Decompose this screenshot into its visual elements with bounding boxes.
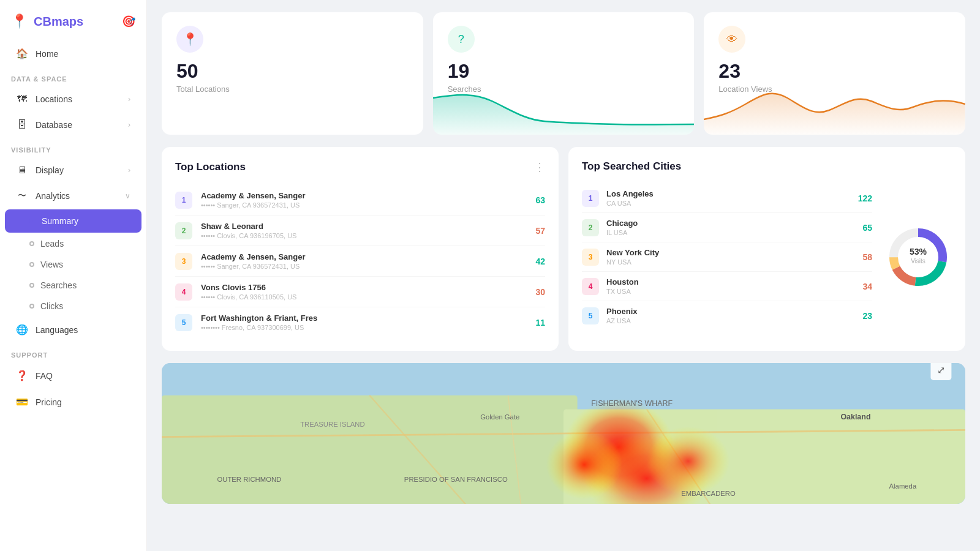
stat-label-locations: Total Locations [176, 84, 409, 94]
svg-rect-8 [162, 395, 578, 504]
city-count-5: 23 [862, 311, 872, 321]
display-icon: 🖥 [16, 165, 28, 176]
loc-info-2: Shaw & Leonard •••••• Clovis, CA 9361967… [201, 222, 527, 239]
rank-badge-2: 2 [175, 222, 192, 239]
loc-addr-5: •••••••• Fresno, CA 937300699, US [201, 324, 527, 331]
top-cities-title: Top Searched Cities [582, 160, 681, 173]
sidebar-sub-searches[interactable]: Searches [5, 276, 141, 295]
svg-point-16 [546, 430, 622, 499]
home-icon: 🏠 [16, 48, 28, 59]
city-info-5: Phoenix AZ USA [606, 307, 855, 324]
chevron-right-icon-display: › [128, 166, 130, 174]
sub-dot-summary [29, 219, 34, 223]
city-count-2: 65 [862, 223, 872, 233]
sub-dot-views [29, 262, 34, 267]
faq-icon: ❓ [16, 370, 28, 381]
location-item-5: 5 Fort Washington & Friant, Fres •••••••… [175, 307, 545, 337]
location-item-3: 3 Academy & Jensen, Sanger •••••• Sanger… [175, 246, 545, 277]
main-content: 📍 50 Total Locations ? 19 Searches [147, 0, 980, 551]
loc-addr-4: •••••• Clovis, CA 936110505, US [201, 293, 527, 301]
city-rank-2: 2 [582, 219, 599, 236]
city-name-3: New York City [606, 248, 855, 257]
city-item-1: 1 Los Angeles CA USA 122 [582, 184, 872, 213]
stat-card-searches: ? 19 Searches [433, 12, 695, 135]
loc-name-3: Academy & Jensen, Sanger [201, 252, 527, 261]
donut-chart: 53% Visits [884, 184, 952, 330]
sidebar-item-home[interactable]: 🏠 Home [5, 41, 141, 66]
loc-count-1: 63 [535, 195, 545, 205]
sidebar-sub-views[interactable]: Views [5, 255, 141, 274]
city-count-4: 34 [862, 282, 872, 291]
chevron-down-icon: ∨ [125, 192, 130, 200]
locations-icon: 🗺 [16, 94, 28, 105]
sidebar-item-pricing[interactable]: 💳 Pricing [5, 389, 141, 414]
top-locations-menu-icon[interactable]: ⋮ [534, 160, 545, 174]
loc-addr-1: •••••• Sanger, CA 936572431, US [201, 201, 527, 209]
sidebar-item-database[interactable]: 🗄 Database › [5, 113, 141, 137]
svg-text:⤢: ⤢ [937, 365, 945, 375]
donut-svg: 53% Visits [884, 223, 952, 291]
sidebar-item-database-label: Database [36, 120, 72, 130]
city-name-1: Los Angeles [606, 189, 851, 198]
sidebar-item-locations[interactable]: 🗺 Locations › [5, 87, 141, 111]
city-count-1: 122 [858, 193, 872, 203]
city-item-3: 3 New York City NY USA 58 [582, 242, 872, 272]
globe-icon: 🌐 [16, 324, 28, 335]
sidebar: 📍 CBmaps 🎯 🏠 Home DATA & SPACE 🗺 Locatio… [0, 0, 147, 551]
content-row: Top Locations ⋮ 1 Academy & Jensen, Sang… [162, 147, 965, 351]
sidebar-item-faq[interactable]: ❓ FAQ [5, 363, 141, 388]
loc-info-5: Fort Washington & Friant, Fres •••••••• … [201, 313, 527, 331]
sidebar-sub-languages[interactable]: 🌐 Languages [5, 317, 141, 342]
database-icon: 🗄 [16, 119, 28, 130]
city-rank-4: 4 [582, 278, 599, 295]
top-cities-panel: Top Searched Cities 1 Los Angeles CA USA… [568, 147, 965, 351]
city-count-3: 58 [862, 252, 872, 262]
city-name-2: Chicago [606, 219, 855, 228]
city-sub-3: NY USA [606, 258, 855, 266]
logo: 📍 CBmaps 🎯 [0, 0, 146, 40]
rank-badge-4: 4 [175, 283, 192, 301]
logo-target-icon: 🎯 [122, 15, 135, 28]
rank-badge-5: 5 [175, 314, 192, 331]
loc-name-4: Vons Clovis 1756 [201, 283, 527, 292]
sidebar-sub-clicks-label: Clicks [40, 301, 63, 311]
stat-card-views: 👁 23 Location Views [704, 12, 965, 135]
loc-info-1: Academy & Jensen, Sanger •••••• Sanger, … [201, 191, 527, 209]
rank-badge-1: 1 [175, 192, 192, 209]
data-space-label: DATA & SPACE [0, 67, 146, 86]
sidebar-sub-summary[interactable]: Summary [5, 209, 141, 233]
stat-icon-locations: 📍 [176, 26, 203, 53]
loc-count-2: 57 [535, 226, 545, 236]
sidebar-sub-languages-label: Languages [36, 325, 78, 335]
sidebar-sub-summary-label: Summary [42, 216, 78, 226]
views-chart [704, 86, 965, 135]
map-panel: FISHERMAN'S WHARF Golden Gate TREASURE I… [162, 363, 965, 504]
sidebar-item-analytics[interactable]: 〜 Analytics ∨ [5, 184, 141, 208]
city-sub-1: CA USA [606, 200, 851, 207]
city-info-4: Houston TX USA [606, 277, 855, 295]
loc-name-1: Academy & Jensen, Sanger [201, 191, 527, 200]
city-item-2: 2 Chicago IL USA 65 [582, 213, 872, 242]
sidebar-item-analytics-label: Analytics [36, 191, 70, 201]
svg-point-17 [647, 427, 730, 496]
city-sub-5: AZ USA [606, 317, 855, 324]
sidebar-item-pricing-label: Pricing [36, 397, 62, 407]
city-item-5: 5 Phoenix AZ USA 23 [582, 301, 872, 330]
city-rank-3: 3 [582, 249, 599, 266]
stat-number-views: 23 [718, 61, 951, 81]
sidebar-item-display[interactable]: 🖥 Display › [5, 158, 141, 182]
rank-badge-3: 3 [175, 253, 192, 270]
svg-text:FISHERMAN'S WHARF: FISHERMAN'S WHARF [591, 399, 673, 408]
location-item-2: 2 Shaw & Leonard •••••• Clovis, CA 93619… [175, 216, 545, 246]
loc-count-5: 11 [535, 318, 545, 328]
logo-pin-icon: 📍 [11, 13, 28, 29]
sidebar-sub-clicks[interactable]: Clicks [5, 296, 141, 316]
loc-count-3: 42 [535, 257, 545, 266]
top-locations-title: Top Locations [175, 161, 246, 173]
svg-text:OUTER RICHMOND: OUTER RICHMOND [217, 476, 281, 483]
svg-text:Visits: Visits [911, 258, 925, 264]
svg-text:Golden Gate: Golden Gate [480, 413, 519, 421]
sidebar-sub-leads[interactable]: Leads [5, 234, 141, 253]
chevron-right-icon: › [128, 95, 130, 103]
sub-dot-searches [29, 283, 34, 288]
